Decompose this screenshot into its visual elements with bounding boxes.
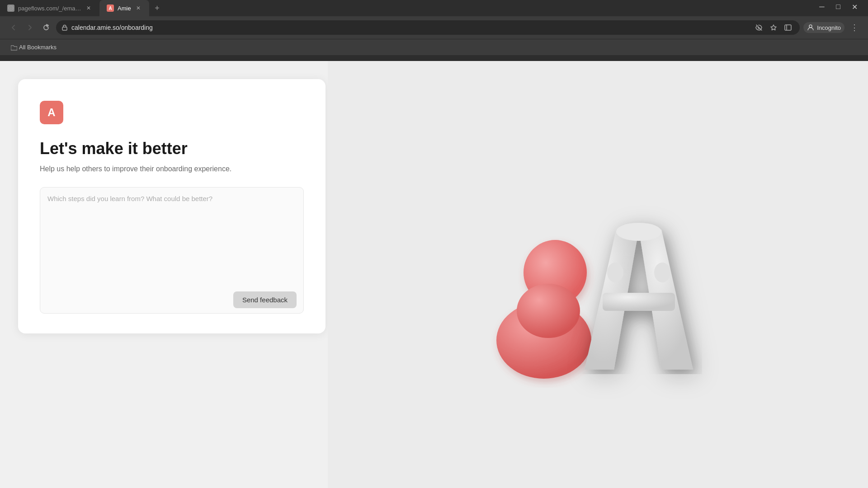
- bookmarks-label: All Bookmarks: [19, 44, 57, 51]
- forward-button[interactable]: [24, 21, 36, 34]
- svg-point-12: [607, 263, 623, 282]
- sidebar-icon[interactable]: [782, 21, 794, 34]
- address-bar-row: calendar.amie.so/onboarding Incognito ⋮: [0, 16, 868, 39]
- textarea-container: Send feedback: [40, 187, 304, 315]
- profile-label: Incognito: [817, 24, 841, 31]
- illustration: [485, 162, 711, 388]
- close-window-button[interactable]: ✕: [848, 0, 861, 13]
- svg-point-13: [654, 263, 670, 282]
- lock-icon: [61, 24, 68, 31]
- svg-point-10: [517, 284, 580, 338]
- incognito-icon: [807, 24, 814, 31]
- svg-marker-4: [771, 25, 776, 30]
- tab-amie[interactable]: A Amie ✕: [99, 0, 149, 16]
- address-actions: [753, 21, 794, 34]
- refresh-button[interactable]: [40, 21, 52, 34]
- browser-chrome: pageflows.com/_/emails/_/7fb... ✕ A Amie…: [0, 0, 868, 61]
- window-controls: ─ □ ✕: [816, 0, 868, 16]
- svg-rect-5: [785, 25, 791, 30]
- more-options-button[interactable]: ⋮: [848, 21, 861, 34]
- tab-label-pageflows: pageflows.com/_/emails/_/7fb...: [18, 5, 81, 12]
- address-bar[interactable]: calendar.amie.so/onboarding: [56, 20, 800, 35]
- svg-rect-3: [62, 27, 67, 30]
- send-feedback-button[interactable]: Send feedback: [233, 291, 297, 308]
- tab-bar: pageflows.com/_/emails/_/7fb... ✕ A Amie…: [0, 0, 868, 16]
- folder-icon: [11, 44, 17, 51]
- tab-label-amie: Amie: [118, 5, 131, 12]
- tab-favicon-amie: A: [107, 5, 114, 12]
- right-panel: [328, 61, 868, 488]
- profile-button[interactable]: Incognito: [803, 22, 844, 33]
- minimize-button[interactable]: ─: [816, 0, 828, 13]
- star-icon[interactable]: [767, 21, 780, 34]
- svg-point-14: [616, 223, 661, 241]
- maximize-button[interactable]: □: [832, 0, 844, 13]
- back-button[interactable]: [7, 21, 20, 34]
- page-title: Let's make it better: [40, 139, 304, 158]
- svg-rect-11: [603, 293, 675, 311]
- tab-close-amie[interactable]: ✕: [135, 5, 142, 12]
- eye-slash-icon[interactable]: [753, 21, 765, 34]
- page-subtitle: Help us help others to improve their onb…: [40, 164, 304, 174]
- logo-letter: A: [47, 106, 55, 119]
- tab-close-pageflows[interactable]: ✕: [85, 5, 92, 12]
- feedback-card: A Let's make it better Help us help othe…: [18, 79, 326, 333]
- new-tab-button[interactable]: +: [151, 2, 164, 14]
- svg-point-7: [809, 25, 812, 28]
- all-bookmarks-folder[interactable]: All Bookmarks: [7, 42, 60, 52]
- page-content: A Let's make it better Help us help othe…: [0, 61, 868, 488]
- bookmarks-bar: All Bookmarks: [0, 39, 868, 55]
- tab-pageflows[interactable]: pageflows.com/_/emails/_/7fb... ✕: [0, 0, 99, 16]
- tab-favicon-pageflows: [7, 5, 14, 12]
- app-logo: A: [40, 101, 63, 124]
- left-panel: A Let's make it better Help us help othe…: [0, 61, 328, 488]
- address-text: calendar.amie.so/onboarding: [71, 24, 153, 31]
- letter-a-figure: [576, 202, 702, 374]
